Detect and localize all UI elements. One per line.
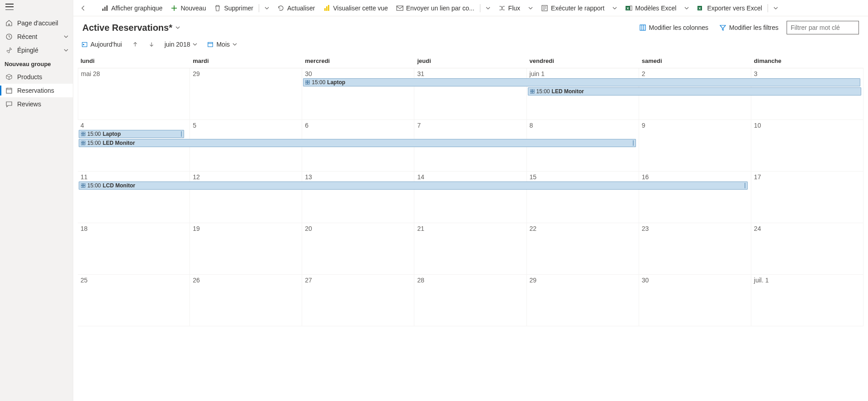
- calendar-cell[interactable]: mai 28: [78, 68, 190, 120]
- columns-icon: [639, 24, 646, 31]
- svg-rect-36: [83, 183, 85, 185]
- cmd-label: Exporter vers Excel: [707, 5, 762, 12]
- svg-rect-4: [106, 5, 108, 11]
- svg-rect-3: [104, 7, 106, 11]
- calendar-cell[interactable]: 10: [751, 120, 863, 172]
- calendar-cell[interactable]: 30: [639, 275, 751, 326]
- calendar-cell[interactable]: juil. 1: [751, 275, 863, 326]
- calendar-cell[interactable]: 23: [639, 223, 751, 275]
- event-time: 15:00: [87, 182, 101, 189]
- calendar-cell[interactable]: 20: [302, 223, 414, 275]
- calendar-cell[interactable]: 22: [527, 223, 639, 275]
- event-title: LCD Monitor: [103, 182, 135, 189]
- date-label: 9: [642, 122, 748, 129]
- event-laptop[interactable]: 15:00 Laptop: [303, 78, 860, 86]
- calendar-cell[interactable]: 9: [639, 120, 751, 172]
- svg-rect-31: [81, 141, 83, 143]
- back-button[interactable]: [76, 1, 90, 15]
- excel-templates-button[interactable]: X Modèles Excel: [621, 1, 680, 15]
- calendar-cell[interactable]: juin 1 15:00 LED Monitor: [527, 68, 639, 120]
- event-title: LED Monitor: [552, 88, 584, 95]
- visualize-button[interactable]: Visualiser cette vue: [319, 1, 391, 15]
- nav-reviews[interactable]: Reviews: [0, 97, 73, 111]
- cmd-label: Actualiser: [287, 5, 315, 12]
- calendar-cell[interactable]: 31: [414, 68, 526, 120]
- excel-icon: X: [697, 5, 704, 12]
- date-label: 16: [642, 173, 748, 181]
- run-report-button[interactable]: Exécuter le rapport: [537, 1, 608, 15]
- today-button[interactable]: Aujourd'hui: [78, 39, 126, 50]
- day-header: dimanche: [751, 54, 863, 68]
- date-label: 2: [642, 70, 748, 77]
- refresh-button[interactable]: Actualiser: [274, 1, 318, 15]
- event-lcd-monitor[interactable]: 15:00 LCD Monitor: [79, 181, 748, 190]
- nav-group-label: Nouveau groupe: [0, 57, 73, 70]
- export-dropdown[interactable]: [770, 1, 782, 15]
- calendar-cell[interactable]: 26: [190, 275, 302, 326]
- calendar-cell[interactable]: 25: [78, 275, 190, 326]
- mail-icon: [396, 5, 403, 12]
- filter-keyword-input[interactable]: [787, 21, 859, 34]
- event-led-monitor[interactable]: 15:00 LED Monitor: [79, 139, 636, 147]
- email-link-button[interactable]: Envoyer un lien par co...: [393, 1, 478, 15]
- nav-pinned[interactable]: Épinglé: [0, 43, 73, 57]
- event-laptop[interactable]: 15:00 Laptop: [79, 130, 184, 138]
- date-label: 31: [417, 70, 523, 77]
- event-led-monitor[interactable]: 15:00 LED Monitor: [528, 87, 861, 95]
- show-chart-button[interactable]: Afficher graphique: [98, 1, 166, 15]
- calendar-cell[interactable]: 19: [190, 223, 302, 275]
- date-label: 13: [305, 173, 411, 181]
- view-title-dropdown[interactable]: Active Reservations*: [82, 23, 180, 33]
- email-dropdown[interactable]: [482, 1, 494, 15]
- calendar-cell[interactable]: 16: [639, 172, 751, 223]
- calendar-cell[interactable]: 15: [527, 172, 639, 223]
- powerbi-icon: [323, 5, 330, 12]
- delete-dropdown[interactable]: [261, 1, 273, 15]
- sidebar: Page d'accueil Récent Épinglé Nouveau gr…: [0, 0, 73, 401]
- templates-dropdown[interactable]: [681, 1, 693, 15]
- edit-filters-button[interactable]: Modifier les filtres: [716, 22, 781, 33]
- day-header: mercredi: [302, 54, 414, 68]
- day-header: vendredi: [527, 54, 639, 68]
- flow-dropdown[interactable]: [525, 1, 536, 15]
- calendar-cell[interactable]: 18: [78, 223, 190, 275]
- svg-rect-29: [81, 134, 83, 136]
- calendar-cell[interactable]: 27: [302, 275, 414, 326]
- calendar-cell[interactable]: 13: [302, 172, 414, 223]
- nav-recent[interactable]: Récent: [0, 30, 73, 43]
- calendar-today-icon: [81, 41, 88, 48]
- calendar-cell[interactable]: 30 15:00 Laptop: [302, 68, 414, 120]
- calendar-cell[interactable]: 12: [190, 172, 302, 223]
- view-mode-picker[interactable]: Mois: [204, 39, 241, 50]
- calendar-cell[interactable]: 28: [414, 275, 526, 326]
- month-picker[interactable]: juin 2018: [161, 39, 201, 50]
- action-label: Modifier les filtres: [729, 24, 778, 31]
- delete-button[interactable]: Supprimer: [210, 1, 257, 15]
- calendar-cell[interactable]: 24: [751, 223, 863, 275]
- nav-reservations[interactable]: Reservations: [0, 84, 73, 97]
- calendar-cell[interactable]: 29: [190, 68, 302, 120]
- nav-home[interactable]: Page d'accueil: [0, 16, 73, 30]
- nav-products[interactable]: Products: [0, 70, 73, 84]
- export-excel-button[interactable]: X Exporter vers Excel: [693, 1, 765, 15]
- flow-button[interactable]: Flux: [495, 1, 524, 15]
- edit-columns-button[interactable]: Modifier les colonnes: [636, 22, 711, 33]
- report-dropdown[interactable]: [609, 1, 621, 15]
- next-button[interactable]: [145, 39, 158, 49]
- calendar-cell[interactable]: 11 15:00 LCD Monitor: [78, 172, 190, 223]
- prev-button[interactable]: [128, 39, 142, 49]
- calendar-icon: [5, 87, 13, 94]
- hamburger-menu[interactable]: [5, 4, 14, 10]
- calendar-cell[interactable]: 4 15:00 Laptop 15:00 LED Monitor: [78, 120, 190, 172]
- calendar-cell[interactable]: 14: [414, 172, 526, 223]
- calendar-cell[interactable]: 17: [751, 172, 863, 223]
- calendar-cell[interactable]: 21: [414, 223, 526, 275]
- svg-rect-33: [81, 143, 83, 145]
- calendar-cell[interactable]: 29: [527, 275, 639, 326]
- svg-rect-32: [83, 141, 85, 143]
- more-commands-button[interactable]: [783, 5, 790, 12]
- action-label: Modifier les colonnes: [649, 24, 709, 31]
- svg-rect-15: [640, 25, 645, 30]
- date-label: juil. 1: [754, 277, 860, 284]
- new-button[interactable]: Nouveau: [167, 1, 209, 15]
